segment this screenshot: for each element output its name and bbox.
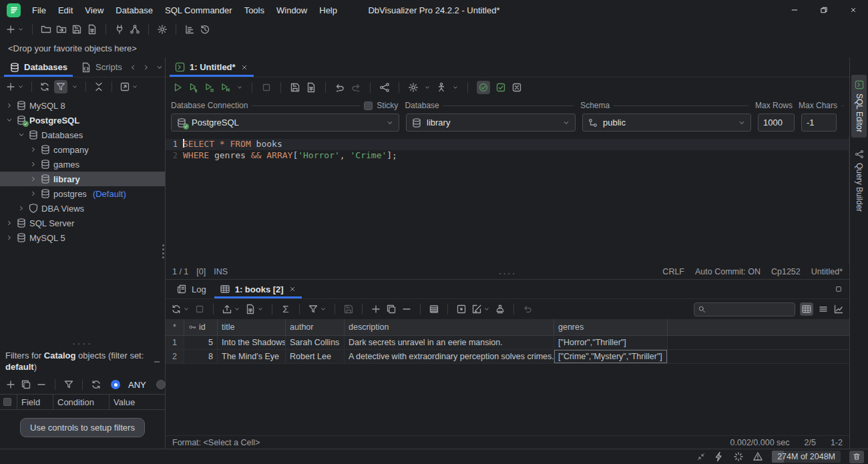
tree-item-dba-views[interactable]: DBA Views (0, 201, 165, 216)
grid-format-button[interactable] (245, 304, 264, 314)
close-button[interactable] (839, 0, 868, 20)
tree-item-sql-server[interactable]: SQL Server (0, 216, 165, 230)
connection-select[interactable]: PostgreSQL (171, 113, 399, 132)
column-header-genres[interactable]: genres (554, 319, 668, 335)
tree-item-mysql5[interactable]: MySQL 5 (0, 230, 165, 245)
grid-view-toggle[interactable] (800, 302, 813, 316)
set-value-button[interactable] (495, 304, 505, 314)
filters-splitter[interactable]: ···· (0, 340, 165, 349)
chart-view-toggle[interactable] (833, 304, 844, 314)
radio-all[interactable] (156, 380, 166, 389)
tab-books-result[interactable]: 1: books [2] (213, 280, 303, 298)
tree-item-postgres[interactable]: postgres (Default) (0, 186, 165, 201)
text-view-toggle[interactable] (818, 304, 829, 314)
reload-grid-button[interactable] (171, 304, 190, 314)
settings-button[interactable] (157, 24, 168, 35)
settings-menu-chevron-icon[interactable] (424, 84, 431, 91)
cell-title[interactable]: Into the Shadows (218, 336, 286, 349)
setup-filters-button[interactable]: Use controls to setup filters (20, 418, 145, 437)
sql-settings-button[interactable] (408, 82, 419, 93)
database-select[interactable]: library (406, 113, 576, 132)
sticky-checkbox[interactable] (364, 101, 373, 110)
menu-sql-commander[interactable]: SQL Commander (159, 3, 238, 17)
duplicate-filter-button[interactable] (21, 379, 31, 390)
session-menu-chevron-icon[interactable] (452, 84, 459, 91)
execute-current-button[interactable] (188, 82, 199, 93)
filter-col-condition[interactable]: Condition (53, 395, 110, 409)
tab-forward-icon[interactable] (142, 63, 150, 71)
max-chars-input[interactable]: -1 (801, 113, 837, 132)
sql-editor[interactable]: 1 SELECT * FROM books 2 WHERE genres && … (166, 137, 849, 264)
column-header-author[interactable]: author (286, 319, 345, 335)
tab-untitled[interactable]: 1: Untitled* (168, 57, 255, 77)
cell-genres[interactable]: ["Horror","Thriller"] (554, 336, 668, 349)
maximize-panel-icon[interactable] (835, 280, 845, 298)
monitor-button[interactable] (184, 24, 195, 35)
tree-item-library[interactable]: library (0, 172, 165, 186)
add-filter-button[interactable] (5, 379, 16, 390)
cell-title[interactable]: The Mind’s Eye (218, 350, 286, 363)
grid-search[interactable] (694, 302, 795, 316)
tab-sql-editor[interactable]: SQL Editor (851, 75, 867, 138)
close-tab-icon[interactable] (240, 63, 248, 71)
open-in-window-button[interactable] (120, 81, 138, 92)
tree-item-postgresql[interactable]: PostgreSQL (0, 113, 165, 128)
close-tab-icon[interactable] (288, 285, 296, 293)
maximize-button[interactable] (809, 0, 839, 20)
menu-help[interactable]: Help (313, 3, 343, 17)
favorites-bar[interactable]: <Drop your favorite objects here> (0, 39, 868, 57)
table-row[interactable]: 2 8 The Mind’s Eye Robert Lee A detectiv… (166, 350, 849, 364)
tree-item-mysql8[interactable]: MySQL 8 (0, 98, 165, 113)
execute-menu-chevron-icon[interactable] (236, 84, 243, 91)
save-button[interactable] (71, 24, 82, 35)
execute-explain-button[interactable] (220, 82, 231, 93)
collapse-filters-icon[interactable] (153, 358, 161, 366)
previous-sql-button[interactable] (335, 82, 345, 93)
menu-database[interactable]: Database (110, 3, 159, 17)
remove-filter-button[interactable] (36, 379, 47, 390)
import-folder-button[interactable] (56, 24, 67, 35)
cell-view-button[interactable] (456, 304, 467, 314)
schema-select[interactable]: public (582, 113, 751, 132)
rollback-button[interactable] (511, 82, 522, 93)
execute-buffer-button[interactable] (204, 82, 215, 93)
line-ending[interactable]: CRLF (662, 267, 684, 276)
tree-item-games[interactable]: games (0, 157, 165, 172)
duplicate-row-button[interactable] (386, 304, 397, 314)
execute-button[interactable] (172, 82, 183, 93)
results-splitter[interactable]: ···· (499, 270, 517, 276)
memory-indicator[interactable]: 274M of 2048M (772, 451, 841, 463)
radio-any[interactable] (111, 380, 120, 389)
tree-item-databases[interactable]: Databases (0, 128, 165, 142)
cell-genres[interactable]: ["Crime","Mystery","Thriller"] (554, 350, 668, 363)
apply-filter-button[interactable] (63, 379, 74, 390)
aggregate-button[interactable]: Σ (280, 304, 291, 314)
tree-item-company[interactable]: company (0, 142, 165, 157)
refresh-filter-button[interactable] (91, 379, 101, 390)
cell-description[interactable]: A detective with extraordinary perceptio… (345, 350, 554, 363)
refresh-objects-button[interactable] (39, 81, 50, 92)
filter-col-value[interactable]: Value (110, 395, 165, 409)
connect-button[interactable] (114, 24, 125, 35)
menu-tools[interactable]: Tools (238, 3, 270, 17)
driver-manager-button[interactable] (130, 24, 140, 35)
garbage-collect-button[interactable] (849, 451, 864, 463)
table-row[interactable]: 1 5 Into the Shadows Sarah Collins Dark … (166, 336, 849, 350)
filter-objects-button[interactable] (54, 80, 67, 93)
tab-databases[interactable]: Databases (3, 57, 74, 77)
grid-search-input[interactable] (708, 304, 791, 314)
max-rows-input[interactable]: 1000 (758, 113, 795, 132)
column-header-description[interactable]: description (345, 319, 554, 335)
delete-row-button[interactable] (401, 304, 412, 314)
row-view-button[interactable] (429, 304, 439, 314)
cell-author[interactable]: Robert Lee (286, 350, 345, 363)
commit-button[interactable] (495, 82, 506, 93)
menu-file[interactable]: File (26, 3, 52, 17)
menu-window[interactable]: Window (270, 3, 313, 17)
filter-grid-button[interactable] (308, 304, 327, 314)
shrink-icon[interactable] (697, 453, 705, 461)
save-sql-as-button[interactable] (306, 82, 316, 93)
add-connection-button[interactable] (5, 81, 24, 92)
performance-icon[interactable] (714, 451, 724, 462)
filter-menu-chevron-icon[interactable] (71, 83, 78, 90)
